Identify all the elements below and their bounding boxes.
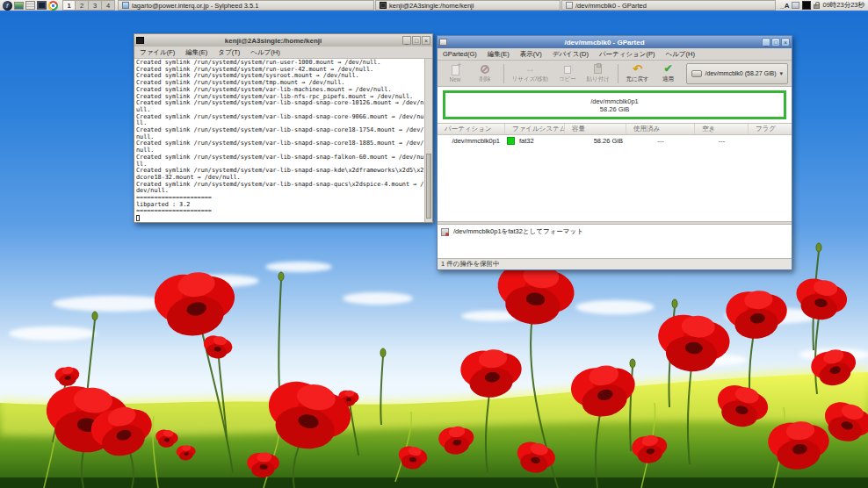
- workspace-button[interactable]: 2: [76, 0, 89, 11]
- taskbar-window-terminal[interactable]: kenji@2A3single:/home/kenji: [375, 0, 561, 11]
- toolbar-separator: [618, 64, 618, 83]
- menu-item[interactable]: 編集(E): [185, 48, 207, 57]
- window-list-launcher[interactable]: [25, 0, 35, 11]
- keyboard-tray-icon[interactable]: [792, 2, 799, 9]
- taskbar: f 1234 lagarto@power.interq.or.jp - Sylp…: [0, 0, 868, 12]
- picture-icon: [14, 2, 24, 10]
- gparted-menubar: GParted(G)編集(E)表示(V)デバイス(D)パーティション(P)ヘルプ…: [438, 48, 792, 61]
- apply-icon: ✔: [664, 63, 673, 75]
- terminal-menubar: ファイル(F)編集(E)タブ(T)ヘルプ(H): [134, 47, 432, 59]
- system-tray: _A 09時23分23秒: [777, 0, 868, 11]
- menu-item[interactable]: ヘルプ(H): [250, 48, 279, 57]
- task-button-area: lagarto@power.interq.or.jp - Sylpheed 3.…: [118, 0, 777, 11]
- mail-icon: [122, 2, 129, 9]
- terminal-output[interactable]: Created symlink /run/systemd/system/run-…: [134, 59, 432, 222]
- format-operation-icon: [441, 228, 449, 236]
- status-bar: 1 件の操作を保留中: [438, 258, 792, 269]
- menu-item[interactable]: ファイル(F): [140, 48, 175, 57]
- menu-item[interactable]: パーティション(P): [599, 50, 655, 59]
- gparted-icon: [439, 39, 447, 46]
- minimize-button[interactable]: _: [762, 38, 770, 47]
- column-header[interactable]: パーティション: [438, 124, 505, 134]
- workspace-button[interactable]: 3: [89, 0, 102, 11]
- menu-item[interactable]: タブ(T): [218, 48, 240, 57]
- menu-item[interactable]: ヘルプ(H): [665, 50, 694, 59]
- gparted-titlebar[interactable]: /dev/mmcblk0 - GParted _ □ ×: [438, 36, 792, 48]
- partition-name-cell: /dev/mmcblk0p1: [438, 137, 505, 145]
- gparted-title: /dev/mmcblk0 - GParted: [447, 39, 762, 47]
- apply-button[interactable]: ✔ 適用: [655, 61, 683, 85]
- minimize-button[interactable]: _: [402, 36, 411, 45]
- gparted-icon: [566, 2, 573, 9]
- partition-table-row[interactable]: /dev/mmcblk0p1 fat32 58.26 GiB --- ---: [438, 135, 792, 147]
- capacity-cell: 58.26 GiB: [565, 137, 626, 145]
- resize-move-icon: ↔: [525, 63, 535, 75]
- menu-item[interactable]: 編集(E): [488, 50, 510, 59]
- column-header[interactable]: 空き: [695, 124, 749, 134]
- partition-block[interactable]: /dev/mmcblk0p1 58.26 GiB: [443, 90, 786, 119]
- taskbar-window-gparted[interactable]: /dev/mmcblk0 - GParted: [561, 0, 776, 11]
- copy-icon: [564, 63, 571, 75]
- device-selector[interactable]: /dev/mmcblk0 (58.27 GiB) ▾: [686, 63, 788, 84]
- workspace-button[interactable]: 1: [62, 0, 76, 11]
- terminal-cursor: [136, 215, 140, 221]
- desktop: f 1234 lagarto@power.interq.or.jp - Sylp…: [0, 0, 868, 488]
- operation-item: /dev/mmcblk0p1をfat32としてフォーマット: [441, 227, 788, 236]
- undo-icon: ↶: [633, 63, 642, 75]
- lock-icon: [814, 4, 820, 9]
- input-method-indicator[interactable]: _A: [780, 2, 789, 10]
- monitor-icon: [37, 1, 47, 10]
- partition-visual-area: /dev/mmcblk0p1 58.26 GiB: [438, 87, 792, 124]
- undo-button[interactable]: ↶ 元に戻す: [623, 61, 653, 85]
- scrollbar-thumb[interactable]: [426, 154, 431, 219]
- chrome-icon: [48, 1, 58, 11]
- gparted-toolbar: New 削除 ↔ リサイズ/移動 コピー 貼り付け ↶ 元に戻す: [438, 61, 792, 87]
- quick-launch-area: f: [0, 0, 60, 11]
- menu-item[interactable]: デバイス(D): [553, 50, 589, 59]
- paste-button[interactable]: 貼り付け: [583, 61, 613, 85]
- new-partition-button[interactable]: New: [441, 61, 469, 85]
- terminal-icon: [136, 37, 144, 44]
- status-text: 1 件の操作を保留中: [441, 260, 500, 268]
- column-header[interactable]: 使用済み: [626, 124, 695, 134]
- terminal-text: Created symlink /run/systemd/system/run-…: [134, 59, 432, 215]
- column-header[interactable]: フラグ: [749, 124, 792, 134]
- resize-move-button[interactable]: ↔ リサイズ/移動: [509, 61, 552, 85]
- taskbar-window-sylpheed[interactable]: lagarto@power.interq.or.jp - Sylpheed 3.…: [118, 0, 374, 11]
- used-cell: ---: [626, 137, 695, 145]
- close-button[interactable]: ×: [781, 38, 790, 47]
- tray-app-icon[interactable]: [802, 1, 811, 10]
- terminal-scrollbar[interactable]: [424, 59, 432, 222]
- terminal-launcher[interactable]: [36, 0, 47, 11]
- app-menu-icon: f: [3, 1, 12, 11]
- maximize-button[interactable]: □: [771, 38, 780, 47]
- column-header[interactable]: 容量: [565, 124, 626, 134]
- unused-cell: ---: [695, 137, 749, 145]
- menu-icon[interactable]: f: [2, 0, 12, 11]
- pending-operations-pane: /dev/mmcblk0p1をfat32としてフォーマット: [438, 225, 792, 258]
- delete-icon: [481, 63, 489, 75]
- workspace-switcher: 1234: [62, 0, 115, 11]
- picture-launcher[interactable]: [13, 0, 24, 11]
- task-label: kenji@2A3single:/home/kenji: [389, 2, 474, 10]
- operation-text: /dev/mmcblk0p1をfat32としてフォーマット: [453, 227, 583, 236]
- copy-button[interactable]: コピー: [553, 61, 582, 85]
- task-label: lagarto@power.interq.or.jp - Sylpheed 3.…: [132, 2, 258, 10]
- paste-icon: [594, 63, 602, 75]
- partition-table-empty-area: [438, 147, 792, 221]
- partition-table-header: パーティションファイルシステム容量使用済み空きフラグ: [438, 124, 792, 135]
- maximize-button[interactable]: □: [412, 36, 421, 45]
- workspace-button[interactable]: 4: [102, 0, 115, 11]
- terminal-titlebar[interactable]: kenji@2A3single:/home/kenji _ □ ×: [134, 34, 432, 47]
- delete-button[interactable]: 削除: [471, 61, 499, 85]
- chrome-launcher[interactable]: [47, 0, 58, 11]
- terminal-icon: [380, 2, 387, 9]
- task-label: /dev/mmcblk0 - GParted: [575, 2, 647, 10]
- menu-item[interactable]: 表示(V): [520, 50, 542, 59]
- column-header[interactable]: ファイルシステム: [505, 124, 565, 134]
- close-button[interactable]: ×: [422, 36, 430, 45]
- partition-block-name: /dev/mmcblk0p1: [590, 97, 639, 105]
- gparted-window: /dev/mmcblk0 - GParted _ □ × GParted(G)編…: [437, 35, 792, 270]
- window-list-icon: [25, 1, 35, 10]
- menu-item[interactable]: GParted(G): [443, 50, 477, 58]
